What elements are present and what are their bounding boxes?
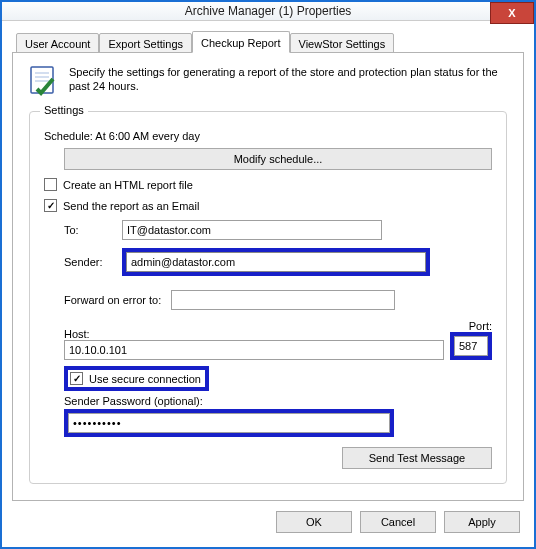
- close-icon: X: [508, 7, 515, 19]
- settings-legend: Settings: [40, 104, 88, 116]
- sender-input[interactable]: [126, 252, 426, 272]
- to-label: To:: [64, 224, 116, 236]
- forward-label: Forward on error to:: [64, 294, 161, 306]
- cancel-button[interactable]: Cancel: [360, 511, 436, 533]
- port-label: Port:: [450, 320, 492, 332]
- send-email-label: Send the report as an Email: [63, 200, 199, 212]
- forward-input[interactable]: [171, 290, 395, 310]
- host-input[interactable]: [64, 340, 444, 360]
- properties-dialog: Archive Manager (1) Properties X User Ac…: [0, 0, 536, 549]
- tab-label: User Account: [25, 38, 90, 50]
- ok-button[interactable]: OK: [276, 511, 352, 533]
- to-input[interactable]: [122, 220, 382, 240]
- secure-connection-label: Use secure connection: [89, 373, 201, 385]
- send-email-checkbox[interactable]: [44, 199, 57, 212]
- button-label: Cancel: [381, 516, 415, 528]
- tab-panel-checkup-report: Specify the settings for generating a re…: [12, 52, 524, 501]
- secure-connection-checkbox[interactable]: [70, 372, 83, 385]
- host-label: Host:: [64, 328, 444, 340]
- intro-row: Specify the settings for generating a re…: [27, 65, 509, 97]
- button-label: OK: [306, 516, 322, 528]
- schedule-label: Schedule: At 6:00 AM every day: [44, 130, 492, 142]
- apply-button[interactable]: Apply: [444, 511, 520, 533]
- tab-label: Checkup Report: [201, 37, 281, 49]
- create-html-checkbox[interactable]: [44, 178, 57, 191]
- titlebar: Archive Manager (1) Properties X: [2, 2, 534, 21]
- port-input[interactable]: [454, 336, 488, 356]
- tab-checkup-report[interactable]: Checkup Report: [192, 31, 290, 53]
- window-title: Archive Manager (1) Properties: [2, 4, 534, 18]
- modify-schedule-button[interactable]: Modify schedule...: [64, 148, 492, 170]
- create-html-label: Create an HTML report file: [63, 179, 193, 191]
- intro-text: Specify the settings for generating a re…: [69, 65, 509, 97]
- tab-label: Export Settings: [108, 38, 183, 50]
- dialog-body: User Account Export Settings Checkup Rep…: [2, 21, 534, 501]
- sender-label: Sender:: [64, 256, 116, 268]
- send-test-button[interactable]: Send Test Message: [342, 447, 492, 469]
- email-settings: To: Sender: Forward on error to:: [64, 220, 492, 469]
- close-button[interactable]: X: [490, 2, 534, 24]
- button-label: Apply: [468, 516, 496, 528]
- button-label: Send Test Message: [369, 452, 465, 464]
- report-icon: [27, 65, 59, 97]
- password-label: Sender Password (optional):: [64, 395, 492, 407]
- button-label: Modify schedule...: [234, 153, 323, 165]
- tab-label: ViewStor Settings: [299, 38, 386, 50]
- settings-group: Settings Schedule: At 6:00 AM every day …: [29, 111, 507, 484]
- sender-password-input[interactable]: [68, 413, 390, 433]
- tabstrip: User Account Export Settings Checkup Rep…: [12, 31, 524, 53]
- dialog-footer: OK Cancel Apply: [2, 501, 534, 547]
